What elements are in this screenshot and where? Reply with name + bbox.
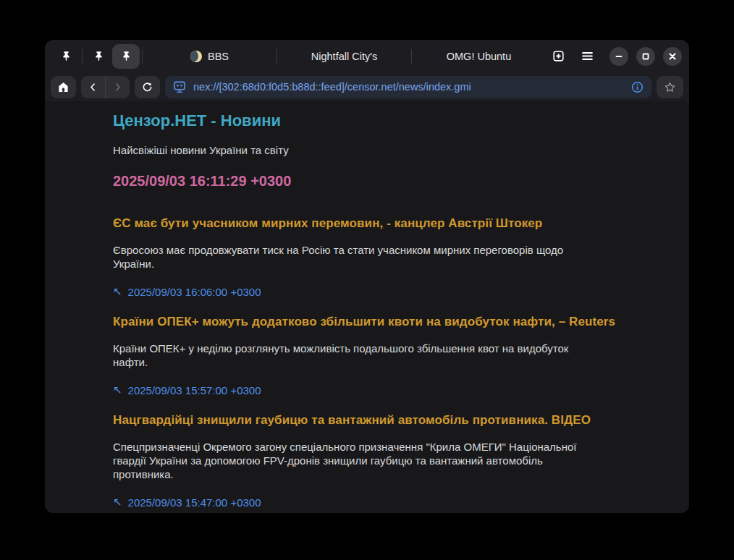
tab-bar: BBS Nightfall City's OMG! Ubuntu xyxy=(45,40,689,72)
maximize-icon xyxy=(641,52,650,61)
news-article: ЄС має бути учасником мирних перемовин, … xyxy=(113,216,621,298)
back-button[interactable] xyxy=(81,76,105,98)
url-bar[interactable]: nex://[302:68d0:f0d5:b88d::feed]/censor.… xyxy=(165,76,651,98)
new-tab-icon xyxy=(552,49,565,63)
tab-label: Nightfall City's xyxy=(311,51,377,62)
article-heading: Нацгвардійці знищили гаубицю та вантажни… xyxy=(113,413,621,428)
pushpin-icon xyxy=(93,51,104,61)
browser-window: BBS Nightfall City's OMG! Ubuntu xyxy=(45,40,689,513)
tab-separator xyxy=(411,49,412,64)
pinned-tab-active[interactable] xyxy=(112,44,140,69)
tab-separator xyxy=(142,49,143,64)
page-subtitle: Найсвіжіші новини України та світу xyxy=(113,144,621,156)
reload-button[interactable] xyxy=(135,76,160,98)
link-arrow-icon: ↖ xyxy=(113,287,122,297)
page-title: Цензор.НЕТ - Новини xyxy=(113,111,621,130)
bookmark-button[interactable] xyxy=(657,76,683,98)
minimize-icon xyxy=(615,52,623,61)
tab-separator xyxy=(82,49,83,64)
maximize-button[interactable] xyxy=(636,47,655,66)
home-button[interactable] xyxy=(51,76,76,98)
tab-omg-ubuntu[interactable]: OMG! Ubuntu xyxy=(414,44,544,69)
pushpin-icon xyxy=(121,51,132,61)
terminal-monitor-icon xyxy=(172,80,187,94)
history-buttons xyxy=(81,76,130,98)
home-icon xyxy=(57,81,69,93)
article-body: Спецпризначенці Окремого загону спеціаль… xyxy=(113,441,599,481)
info-icon[interactable] xyxy=(630,80,644,94)
chevron-right-icon xyxy=(112,82,123,93)
link-arrow-icon: ↖ xyxy=(113,497,122,508)
crescent-moon-icon xyxy=(190,51,202,62)
minimize-button[interactable] xyxy=(609,47,628,66)
tab-nightfall-citys[interactable]: Nightfall City's xyxy=(279,44,409,69)
forward-button[interactable] xyxy=(106,76,130,98)
reload-icon xyxy=(141,81,153,93)
article-body: Країни ОПЕК+ у неділю розглянуть можливі… xyxy=(113,342,599,369)
close-button[interactable] xyxy=(663,47,682,66)
hamburger-icon xyxy=(581,49,594,63)
menu-button[interactable] xyxy=(573,44,602,69)
article-body: Євросоюз має продовжувати тиск на Росію … xyxy=(113,244,599,271)
article-link-label: 2025/09/03 15:57:00 +0300 xyxy=(128,384,261,396)
article-link-label: 2025/09/03 15:47:00 +0300 xyxy=(128,496,261,509)
new-tab-button[interactable] xyxy=(544,44,573,69)
article-heading: Країни ОПЕК+ можуть додатково збільшити … xyxy=(113,315,621,329)
pinned-tab-1[interactable] xyxy=(52,44,80,69)
tab-bbs[interactable]: BBS xyxy=(145,44,274,69)
news-article: Країни ОПЕК+ можуть додатково збільшити … xyxy=(113,315,621,396)
news-article: Нацгвардійці знищили гаубицю та вантажни… xyxy=(113,413,621,509)
star-icon xyxy=(664,81,676,93)
page-content: Цензор.НЕТ - Новини Найсвіжіші новини Ук… xyxy=(45,101,689,513)
article-link[interactable]: ↖ 2025/09/03 16:06:00 +0300 xyxy=(113,286,621,298)
url-input[interactable]: nex://[302:68d0:f0d5:b88d::feed]/censor.… xyxy=(193,81,624,93)
tab-label: OMG! Ubuntu xyxy=(447,51,511,62)
tab-label: BBS xyxy=(208,51,229,62)
pushpin-icon xyxy=(61,51,72,61)
feed-timestamp: 2025/09/03 16:11:29 +0300 xyxy=(113,173,621,190)
chevron-left-icon xyxy=(88,82,98,93)
close-icon xyxy=(668,52,677,61)
article-link[interactable]: ↖ 2025/09/03 15:47:00 +0300 xyxy=(113,496,621,509)
tab-separator xyxy=(277,49,277,64)
link-arrow-icon: ↖ xyxy=(113,385,122,396)
navigation-bar: nex://[302:68d0:f0d5:b88d::feed]/censor.… xyxy=(45,72,689,101)
article-link[interactable]: ↖ 2025/09/03 15:57:00 +0300 xyxy=(113,384,621,396)
pinned-tab-2[interactable] xyxy=(85,44,112,69)
article-link-label: 2025/09/03 16:06:00 +0300 xyxy=(128,286,261,298)
article-heading: ЄС має бути учасником мирних перемовин, … xyxy=(113,216,621,231)
